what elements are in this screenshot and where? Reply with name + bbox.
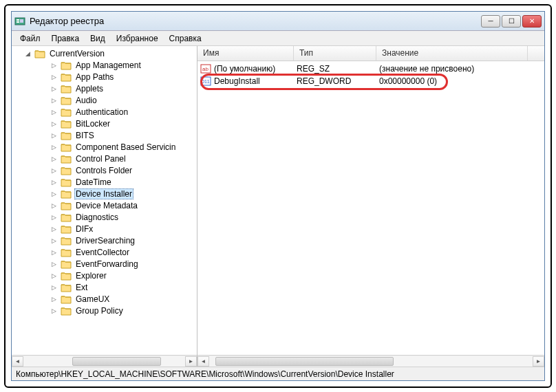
tree-item-label: BITS xyxy=(74,131,96,140)
folder-icon xyxy=(61,131,72,140)
tree-item[interactable]: ▷Controls Folder xyxy=(12,164,197,176)
expand-icon[interactable]: ▷ xyxy=(50,307,58,314)
expand-icon[interactable]: ▷ xyxy=(50,73,58,80)
column-header-type[interactable]: Тип xyxy=(294,46,376,61)
tree-item-label: Controls Folder xyxy=(74,166,133,175)
expand-icon[interactable]: ▷ xyxy=(50,248,58,256)
list-header: Имя Тип Значение xyxy=(197,46,544,61)
tree-item[interactable]: ▷Device Installer xyxy=(12,188,197,199)
folder-icon xyxy=(61,306,72,316)
tree-item[interactable]: ▷Control Panel xyxy=(12,153,197,164)
tree-item[interactable]: ▷EventForwarding xyxy=(12,258,197,270)
folder-icon xyxy=(34,49,45,58)
titlebar: Редактор реестра ─ ☐ ✕ xyxy=(12,12,544,31)
expand-icon[interactable]: ▷ xyxy=(50,143,58,151)
tree-item[interactable]: ▷Audio xyxy=(12,94,197,106)
statusbar-path: Компьютер\HKEY_LOCAL_MACHINE\SOFTWARE\Mi… xyxy=(16,369,394,379)
expand-icon[interactable]: ▷ xyxy=(50,178,58,186)
expand-icon[interactable]: ▷ xyxy=(50,283,58,291)
expand-icon[interactable]: ▷ xyxy=(50,108,58,116)
tree-item[interactable]: ▷BitLocker xyxy=(12,118,197,129)
tree-item-label: CurrentVersion xyxy=(48,49,106,58)
tree-item-label: DateTime xyxy=(74,177,113,187)
tree-item[interactable]: ▷Group Policy xyxy=(12,305,197,316)
tree-item[interactable]: ▷App Management xyxy=(12,59,197,71)
tree-item[interactable]: ▷App Paths xyxy=(12,71,197,83)
folder-icon xyxy=(61,201,72,210)
menu-help[interactable]: Справка xyxy=(164,32,207,45)
menu-favorites[interactable]: Избранное xyxy=(111,32,164,45)
tree-item-label: Diagnostics xyxy=(74,213,120,222)
scroll-left-icon[interactable]: ◄ xyxy=(12,356,23,367)
expand-icon[interactable]: ▷ xyxy=(50,272,58,279)
tree-item[interactable]: ▷Diagnostics xyxy=(12,211,197,223)
list-hscrollbar[interactable]: ◄ ► xyxy=(197,355,544,367)
expand-icon[interactable]: ▷ xyxy=(50,155,58,162)
collapse-icon[interactable]: ◢ xyxy=(24,50,32,57)
window-title: Редактор реестра xyxy=(30,16,481,26)
scroll-left-icon[interactable]: ◄ xyxy=(197,356,209,367)
regedit-icon xyxy=(14,16,25,27)
tree-item-label: GameUX xyxy=(74,294,111,304)
menu-edit[interactable]: Правка xyxy=(46,32,85,45)
tree-item[interactable]: ▷GameUX xyxy=(12,293,197,305)
column-header-data[interactable]: Значение xyxy=(376,46,528,61)
expand-icon[interactable]: ▷ xyxy=(50,120,58,127)
tree-body[interactable]: ◢CurrentVersion▷App Management▷App Paths… xyxy=(12,46,197,355)
tree-item[interactable]: ▷Ext xyxy=(12,281,197,293)
dword-value-icon: 011 xyxy=(200,76,211,87)
svg-rect-3 xyxy=(20,19,23,23)
expand-icon[interactable]: ▷ xyxy=(50,96,58,104)
menu-view[interactable]: Вид xyxy=(85,32,111,45)
folder-icon xyxy=(61,271,72,281)
expand-icon[interactable]: ▷ xyxy=(50,260,58,268)
expand-icon[interactable]: ▷ xyxy=(50,202,58,209)
folder-icon xyxy=(61,236,72,246)
close-button[interactable]: ✕ xyxy=(522,15,542,28)
tree-item[interactable]: ▷DIFx xyxy=(12,223,197,235)
tree-hscrollbar[interactable]: ◄ ► xyxy=(12,355,197,367)
expand-icon[interactable]: ▷ xyxy=(50,225,58,232)
value-data: (значение не присвоено) xyxy=(379,64,531,74)
list-row[interactable]: ab(По умолчанию)REG_SZ(значение не присв… xyxy=(197,63,544,75)
tree-item[interactable]: ▷Component Based Servicin xyxy=(12,141,197,153)
scroll-right-icon[interactable]: ► xyxy=(185,356,197,367)
menubar: Файл Правка Вид Избранное Справка xyxy=(12,31,544,46)
value-type: REG_DWORD xyxy=(297,76,379,86)
folder-icon xyxy=(61,154,72,164)
menu-file[interactable]: Файл xyxy=(14,32,46,45)
list-row[interactable]: 011DebugInstallREG_DWORD0x00000000 (0) xyxy=(197,75,544,87)
tree-item-label: EventForwarding xyxy=(74,259,140,269)
tree-item[interactable]: ▷Explorer xyxy=(12,270,197,281)
folder-icon xyxy=(61,96,72,105)
expand-icon[interactable]: ▷ xyxy=(50,131,58,139)
tree-item[interactable]: ▷Applets xyxy=(12,83,197,94)
tree-item-label: App Management xyxy=(74,61,142,70)
content-area: ◢CurrentVersion▷App Management▷App Paths… xyxy=(12,46,544,367)
expand-icon[interactable]: ▷ xyxy=(50,61,58,69)
tree-item-label: Control Panel xyxy=(74,154,127,164)
minimize-button[interactable]: ─ xyxy=(481,15,500,28)
expand-icon[interactable]: ▷ xyxy=(50,85,58,92)
expand-icon[interactable]: ▷ xyxy=(50,166,58,174)
expand-icon[interactable]: ▷ xyxy=(50,190,58,197)
column-header-name[interactable]: Имя xyxy=(197,46,294,61)
folder-icon xyxy=(61,213,72,222)
value-type: REG_SZ xyxy=(297,64,379,74)
tree-item[interactable]: ▷BITS xyxy=(12,129,197,141)
tree-item[interactable]: ▷EventCollector xyxy=(12,246,197,258)
scroll-right-icon[interactable]: ► xyxy=(533,356,544,367)
folder-icon xyxy=(61,72,72,82)
expand-icon[interactable]: ▷ xyxy=(50,237,58,244)
expand-icon[interactable]: ▷ xyxy=(50,295,58,303)
list-panel: Имя Тип Значение ab(По умолчанию)REG_SZ(… xyxy=(197,46,544,367)
value-data: 0x00000000 (0) xyxy=(379,76,531,86)
maximize-button[interactable]: ☐ xyxy=(502,15,521,28)
list-body[interactable]: ab(По умолчанию)REG_SZ(значение не присв… xyxy=(197,61,544,355)
tree-item[interactable]: ▷Device Metadata xyxy=(12,199,197,211)
tree-item[interactable]: ▷DateTime xyxy=(12,176,197,188)
expand-icon[interactable]: ▷ xyxy=(50,213,58,221)
tree-item[interactable]: ▷Authentication xyxy=(12,106,197,118)
tree-item-root[interactable]: ◢CurrentVersion xyxy=(12,47,197,59)
tree-item[interactable]: ▷DriverSearching xyxy=(12,235,197,246)
